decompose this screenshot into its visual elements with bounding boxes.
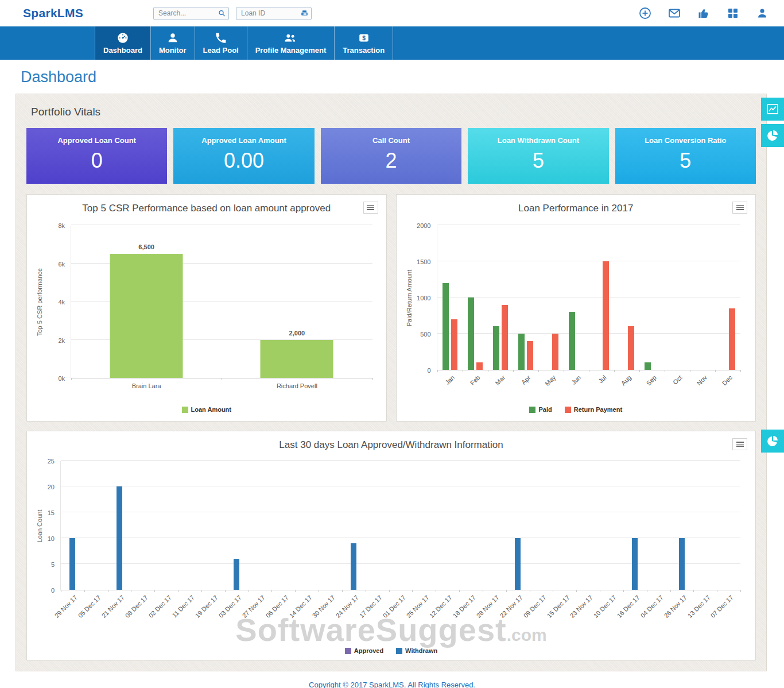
header-action-apps-grid[interactable] bbox=[726, 6, 740, 20]
thumbs-up-icon bbox=[697, 6, 711, 20]
axis-tickmark bbox=[576, 590, 577, 592]
money-icon: $ bbox=[358, 32, 370, 44]
bar-group bbox=[515, 538, 521, 590]
nav-tab-label: Monitor bbox=[159, 46, 187, 55]
axis-tickmark bbox=[131, 590, 131, 592]
axis-tickmark bbox=[271, 590, 272, 592]
legend-swatch bbox=[182, 407, 188, 413]
loan-performance-2017-chart-card: Loan Performance in 2017 JanFebMarAprMay… bbox=[396, 194, 756, 422]
header-action-add-circle[interactable] bbox=[638, 6, 652, 20]
side-chart-widget-button-1[interactable] bbox=[761, 98, 784, 121]
side-chart-widget-button-2[interactable] bbox=[761, 124, 784, 147]
chart-legend: ApprovedWithdrawn bbox=[34, 647, 748, 654]
stat-card-value: 2 bbox=[321, 149, 461, 173]
nav-tab-lead-pool[interactable]: Lead Pool bbox=[195, 26, 247, 60]
svg-text:$: $ bbox=[362, 34, 366, 41]
bar-loan-amount-brain-lara bbox=[110, 254, 183, 378]
bar-withdrawn-29-nov-17 bbox=[69, 538, 75, 590]
axis-tickmark bbox=[459, 590, 460, 592]
axis-tickmark bbox=[412, 590, 413, 592]
pie-chart-icon bbox=[766, 434, 779, 448]
side-chart-widget-button-3[interactable] bbox=[761, 430, 784, 453]
stat-card-value: 0.00 bbox=[173, 149, 314, 173]
nav-tab-transaction[interactable]: $Transaction bbox=[334, 26, 393, 60]
bar-paid-feb bbox=[468, 297, 474, 370]
bar-withdrawn-16-dec-17 bbox=[632, 538, 638, 590]
bar-group bbox=[594, 261, 609, 370]
nav-tab-dashboard[interactable]: Dashboard bbox=[95, 26, 150, 60]
axis-tickmark bbox=[553, 590, 553, 592]
gridline bbox=[437, 225, 741, 225]
bar-group bbox=[117, 486, 122, 590]
bar-value-label: 6,500 bbox=[138, 243, 154, 250]
legend-item-withdrawn[interactable]: Withdrawn bbox=[396, 647, 437, 654]
axis-tickmark bbox=[483, 590, 483, 592]
bar-group bbox=[518, 334, 533, 370]
nav-tab-monitor[interactable]: Monitor bbox=[150, 26, 195, 60]
phone-lookup-icon[interactable] bbox=[300, 9, 309, 18]
bar-group bbox=[645, 362, 659, 370]
axis-tickmark bbox=[564, 370, 564, 372]
legend-item-loan-amount[interactable]: Loan Amount bbox=[182, 406, 231, 413]
bar-group bbox=[234, 559, 239, 590]
axis-tickmark bbox=[222, 378, 222, 380]
legend-label: Approved bbox=[354, 647, 383, 654]
axis-tickmark bbox=[463, 370, 463, 372]
nav-tab-label: Dashboard bbox=[103, 46, 142, 55]
stat-card-label: Approved Loan Count bbox=[26, 136, 167, 145]
header-action-user[interactable] bbox=[755, 6, 769, 20]
bar-return-payment-feb bbox=[476, 362, 483, 370]
axis-tickmark bbox=[342, 590, 343, 592]
axis-tickmark bbox=[690, 370, 690, 372]
stat-card-label: Call Count bbox=[321, 136, 461, 145]
axis-tickmark bbox=[506, 590, 507, 592]
app-logo[interactable]: SparkLMS bbox=[23, 6, 83, 20]
chart-context-menu-button[interactable] bbox=[732, 202, 747, 214]
chart-legend: Loan Amount bbox=[34, 406, 379, 413]
axis-tickmark bbox=[295, 590, 296, 592]
y-axis-tick-label: 1500 bbox=[403, 258, 431, 265]
stat-card-value: 0 bbox=[26, 149, 167, 173]
stat-card-approved-loan-count: Approved Loan Count0 bbox=[26, 128, 167, 184]
bar-group bbox=[69, 538, 75, 590]
header-action-mail[interactable] bbox=[667, 6, 681, 20]
bar-group bbox=[351, 543, 356, 590]
stat-card-loan-withdrawn-count: Loan Withdrawn Count5 bbox=[468, 128, 608, 184]
chart-context-menu-button[interactable] bbox=[732, 438, 747, 450]
axis-tickmark bbox=[670, 590, 671, 592]
nav-tab-profile-management[interactable]: Profile Management bbox=[247, 26, 335, 60]
stat-cards-row: Approved Loan Count0Approved Loan Amount… bbox=[26, 128, 756, 184]
bar-return-payment-jan bbox=[451, 319, 457, 370]
plot-area: JanFebMarAprMayJunJulAugSepOctNovDec bbox=[437, 226, 741, 370]
legend-item-paid[interactable]: Paid bbox=[529, 406, 552, 413]
bar-group bbox=[679, 538, 685, 590]
axis-tickmark bbox=[84, 590, 85, 592]
chart-context-menu-button[interactable] bbox=[363, 202, 378, 214]
axis-tickmark bbox=[372, 378, 373, 380]
nav-tab-label: Profile Management bbox=[255, 46, 327, 55]
bar-paid-jan bbox=[443, 283, 449, 370]
top-header: SparkLMS bbox=[0, 0, 784, 26]
legend-item-return-payment[interactable]: Return Payment bbox=[565, 406, 622, 413]
y-axis-title: Loan Count bbox=[36, 509, 43, 542]
header-action-thumbs-up[interactable] bbox=[697, 6, 711, 20]
bar-paid-sep bbox=[645, 362, 651, 370]
axis-tickmark bbox=[665, 370, 665, 372]
axis-tickmark bbox=[436, 590, 436, 592]
search-icon[interactable] bbox=[218, 9, 226, 18]
nav-tabs: DashboardMonitorLead PoolProfile Managem… bbox=[95, 26, 393, 60]
axis-tickmark bbox=[513, 370, 514, 372]
footer-copyright: Copyright © 2017 SparkLMS. All Rights Re… bbox=[0, 676, 784, 688]
search-box bbox=[153, 7, 229, 20]
legend-item-approved[interactable]: Approved bbox=[345, 647, 383, 654]
legend-label: Paid bbox=[538, 406, 552, 413]
line-chart-icon bbox=[766, 102, 779, 116]
csr-performance-chart-card: Top 5 CSR Performance based on loan amou… bbox=[26, 194, 387, 422]
bar-return-payment-may bbox=[552, 334, 558, 370]
apps-grid-icon bbox=[726, 6, 740, 20]
axis-tickmark bbox=[614, 370, 615, 372]
chart-head: Loan Performance in 2017 bbox=[403, 200, 749, 217]
bar-group bbox=[468, 297, 483, 370]
last-30-days-chart-card: Last 30 days Loan Approved/Withdrawn Inf… bbox=[26, 431, 756, 660]
y-axis-title: Top 5 CSR performance bbox=[36, 268, 43, 336]
